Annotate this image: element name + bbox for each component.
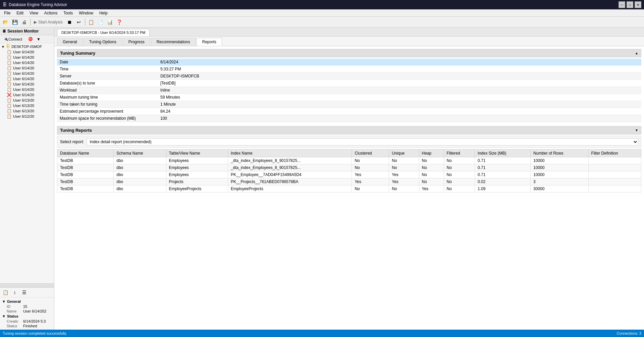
table-cell-2-5: Yes <box>389 171 419 178</box>
tree-session-1[interactable]: 📋 User 6/14/20 <box>6 49 53 55</box>
tab-tuning-options-label: Tuning Options <box>89 40 116 44</box>
close-button[interactable]: ✕ <box>635 1 641 8</box>
tree-session-11[interactable]: 📋 User 6/13/20 <box>6 103 53 108</box>
collapse-summary-icon[interactable]: ▲ <box>635 51 638 55</box>
tab-reports[interactable]: Reports <box>197 38 222 46</box>
table-row[interactable]: TestDBdboEmployeesPK__Employee__7AD04FF1… <box>57 171 641 178</box>
disconnect-button[interactable]: ⛔ <box>26 36 35 42</box>
toolbar-stop[interactable]: ⏹ <box>65 18 73 26</box>
session-label-9: User 6/14/20 <box>13 93 34 97</box>
table-cell-3-2: Projects <box>166 178 228 185</box>
prop-value-id: 15 <box>23 304 27 308</box>
summary-row-max-time: Maximum tuning time 59 Minutes <box>57 94 641 101</box>
tree-sessions: 📋 User 6/14/20 📋 User 6/14/20 📋 User 6/1… <box>1 49 53 119</box>
tree-session-8[interactable]: 📋 User 6/14/20 <box>6 87 53 92</box>
summary-label-server: Server <box>57 73 158 80</box>
session-label-7: User 6/14/20 <box>13 82 34 86</box>
report-section: Select report: Index detail report (reco… <box>57 136 641 192</box>
table-cell-4-8: 1.09 <box>475 185 531 192</box>
report-select[interactable]: Index detail report (recommended) Table … <box>87 138 638 146</box>
tree-session-5[interactable]: 📋 User 6/14/20 <box>6 71 53 76</box>
toolbar-help[interactable]: ❓ <box>115 18 123 26</box>
title-bar: 🗄 Database Engine Tuning Advisor ─ □ ✕ <box>0 0 644 9</box>
tab-general[interactable]: General <box>57 38 83 46</box>
col-schema-name: Schema Name <box>114 150 166 157</box>
menu-window[interactable]: Window <box>76 10 96 16</box>
sm-bottom-toolbar: 📋 ↕ ☰ <box>0 288 54 297</box>
sm-sort-btn[interactable]: ↕ <box>11 288 19 296</box>
tab-progress[interactable]: Progress <box>123 38 150 46</box>
session-tab-item[interactable]: DESKTOP-ISMOFCB - User 6/14/2024 5:33:17… <box>57 29 150 36</box>
menu-bar: File Edit View Actions Tools Window Help <box>0 9 644 17</box>
toolbar-undo[interactable]: ↩ <box>75 18 83 26</box>
menu-view[interactable]: View <box>27 10 41 16</box>
start-analysis-button[interactable]: ▶ Start Analysis <box>33 19 64 25</box>
summary-label-databases: Database(s) to tune <box>57 80 158 87</box>
session-monitor-title: Session Monitor <box>7 29 39 34</box>
sm-list-btn[interactable]: 📋 <box>1 288 9 296</box>
prop-value-status: Finished <box>23 324 37 328</box>
tree-session-3[interactable]: 📋 User 6/14/20 <box>6 60 53 65</box>
table-row[interactable]: TestDBdboEmployeeProjectsEmployeeProject… <box>57 185 641 192</box>
tree-area[interactable]: ▼ 🗄 DESKTOP-ISMOF 📋 User 6/14/20 📋 User … <box>0 43 54 283</box>
tree-session-10[interactable]: 📋 User 6/13/20 <box>6 98 53 103</box>
session-icon-1: 📋 <box>7 50 12 54</box>
collapse-icon[interactable]: ▼ <box>1 45 5 49</box>
session-label-6: User 6/14/20 <box>13 77 34 81</box>
table-row[interactable]: TestDBdboEmployees_dta_index_Employees_8… <box>57 164 641 171</box>
collapse-reports-icon[interactable]: ▼ <box>635 128 638 132</box>
menu-actions[interactable]: Actions <box>42 10 60 16</box>
table-cell-4-9: 30000 <box>531 185 589 192</box>
toolbar-open[interactable]: 📂 <box>1 18 9 26</box>
prop-value-name: User 6/14/202 <box>23 309 46 313</box>
table-cell-1-1: dbo <box>114 164 166 171</box>
tab-tuning-options[interactable]: Tuning Options <box>84 38 122 46</box>
app-icon: 🗄 <box>3 2 7 7</box>
toolbar-save[interactable]: 💾 <box>11 18 19 26</box>
general-group-header[interactable]: ▼ General <box>1 299 53 304</box>
horizontal-scrollbar[interactable] <box>0 283 54 287</box>
session-icon-11: 📋 <box>7 103 12 108</box>
col-table-view-name: Table/View Name <box>166 150 228 157</box>
tree-session-4[interactable]: 📋 User 6/14/20 <box>6 65 53 71</box>
menu-edit[interactable]: Edit <box>14 10 26 16</box>
table-cell-1-9: 10000 <box>531 164 589 171</box>
session-icon-10: 📋 <box>7 98 12 103</box>
tree-session-2[interactable]: 📋 User 6/14/20 <box>6 55 53 60</box>
tree-session-9[interactable]: ❌ User 6/14/20 <box>6 92 53 98</box>
menu-help[interactable]: Help <box>97 10 110 16</box>
table-row[interactable]: TestDBdboEmployees_dta_index_Employees_8… <box>57 157 641 164</box>
menu-tools[interactable]: Tools <box>61 10 75 16</box>
tree-session-12[interactable]: 📋 User 6/13/20 <box>6 108 53 114</box>
toolbar-report[interactable]: 📊 <box>106 18 114 26</box>
summary-row-time: Time 5:33:27 PM <box>57 66 641 73</box>
table-cell-1-5: No <box>389 164 419 171</box>
tree-root-node[interactable]: ▼ 🗄 DESKTOP-ISMOF <box>1 44 53 49</box>
menu-file[interactable]: File <box>1 10 13 16</box>
session-icon-9: ❌ <box>7 93 12 97</box>
table-header-row: Database Name Schema Name Table/View Nam… <box>57 150 641 157</box>
connect-button[interactable]: 🔌 Connect <box>1 36 24 42</box>
maximize-button[interactable]: □ <box>627 1 633 8</box>
summary-value-max-time: 59 Minutes <box>158 94 641 101</box>
app-title: Database Engine Tuning Advisor <box>9 2 67 7</box>
table-cell-3-7: No <box>444 178 475 185</box>
summary-label-workload: Workload <box>57 87 158 94</box>
status-group-header[interactable]: ▼ Status <box>1 314 53 319</box>
sm-filter-btn[interactable]: ☰ <box>20 288 28 296</box>
table-cell-0-5: No <box>389 157 419 164</box>
session-label-12: User 6/13/20 <box>13 109 34 113</box>
table-row[interactable]: TestDBdboProjectsPK__Projects__761ABED07… <box>57 178 641 185</box>
select-report-label: Select report: <box>60 139 84 144</box>
minimize-button[interactable]: ─ <box>619 1 625 8</box>
tree-session-7[interactable]: 📋 User 6/14/20 <box>6 81 53 87</box>
toolbar-print[interactable]: 🖨 <box>20 18 28 26</box>
tree-session-6[interactable]: 📋 User 6/14/20 <box>6 76 53 81</box>
tree-session-13[interactable]: 📋 User 6/12/20 <box>6 114 53 119</box>
tab-recommendations[interactable]: Recommendations <box>151 38 196 46</box>
summary-value-date: 6/14/2024 <box>158 59 641 66</box>
toolbar-new[interactable]: 📄 <box>97 18 105 26</box>
expand-icon: ▼ <box>37 37 41 42</box>
toolbar-clipboard[interactable]: 📋 <box>87 18 95 26</box>
prop-row-status: Status Finished <box>1 324 53 328</box>
